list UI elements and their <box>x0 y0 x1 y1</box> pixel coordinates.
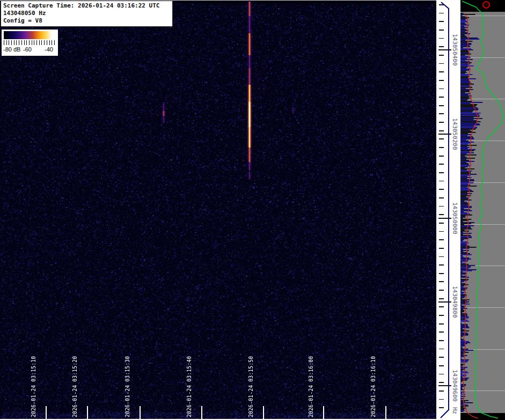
time-axis-tick <box>263 406 264 419</box>
scale-label-minus80: -80 dB <box>3 46 20 53</box>
capture-config-text: Config = V8 <box>3 17 170 25</box>
frequency-major-tick <box>438 49 451 50</box>
color-gradient-bar <box>4 31 55 39</box>
scale-label-minus40: -40 <box>45 46 53 53</box>
time-axis-label: 2026-01-24 03:16:00 <box>308 356 314 417</box>
spectrum-plot <box>460 0 505 420</box>
time-axis-tick <box>385 406 386 419</box>
time-axis-tick <box>140 406 141 419</box>
time-axis-label: 2026-01-24 03:15:40 <box>186 356 193 417</box>
color-scale-ticks <box>4 40 55 45</box>
capture-frequency-text: 143048050 Hz <box>3 10 170 17</box>
frequency-axis-label: 143049800 <box>451 286 458 318</box>
frequency-axis-label: 143050400 <box>451 34 458 66</box>
color-scale-labels: -80 dB -60 -40 <box>2 46 58 54</box>
alert-indicator-icon <box>482 1 490 9</box>
frequency-major-tick <box>438 218 451 219</box>
frequency-axis-label: 143049600 <box>451 370 458 402</box>
time-axis-label: 2026-01-24 03:15:50 <box>247 356 254 417</box>
time-axis-label: 2026-01-24 03:15:30 <box>124 356 131 417</box>
time-axis-tick <box>87 406 88 419</box>
frequency-major-tick <box>438 385 451 386</box>
time-axis-tick <box>201 406 202 419</box>
time-axis-tick <box>46 406 47 419</box>
frequency-axis-label: 143050000 <box>451 202 458 234</box>
spectrum-panel <box>460 0 505 420</box>
spectrum-capture-window: Screen Capture Time: 2026-01-24 03:16:22… <box>0 0 505 420</box>
time-axis-label: 2026-01-24 03:15:20 <box>71 356 78 417</box>
frequency-axis-unit: Hz <box>451 407 458 414</box>
time-axis-tick <box>323 406 324 419</box>
frequency-axis: 1430504001430502001430500001430498001430… <box>436 0 460 420</box>
capture-time-text: Screen Capture Time: 2026-01-24 03:16:22… <box>3 2 170 10</box>
time-axis-label: 2026-01-24 03:16:10 <box>370 356 377 417</box>
scale-label-minus60: -60 <box>23 46 32 53</box>
capture-info-box: Screen Capture Time: 2026-01-24 03:16:22… <box>1 1 173 27</box>
frequency-major-tick <box>438 301 451 303</box>
time-axis-label: 2026-01-24 03:15:10 <box>30 356 37 417</box>
db-color-scale: -80 dB -60 -40 <box>2 30 58 56</box>
frequency-major-tick <box>438 134 451 135</box>
waterfall-region: Screen Capture Time: 2026-01-24 03:16:22… <box>0 0 436 420</box>
frequency-axis-label: 143050200 <box>451 118 458 150</box>
